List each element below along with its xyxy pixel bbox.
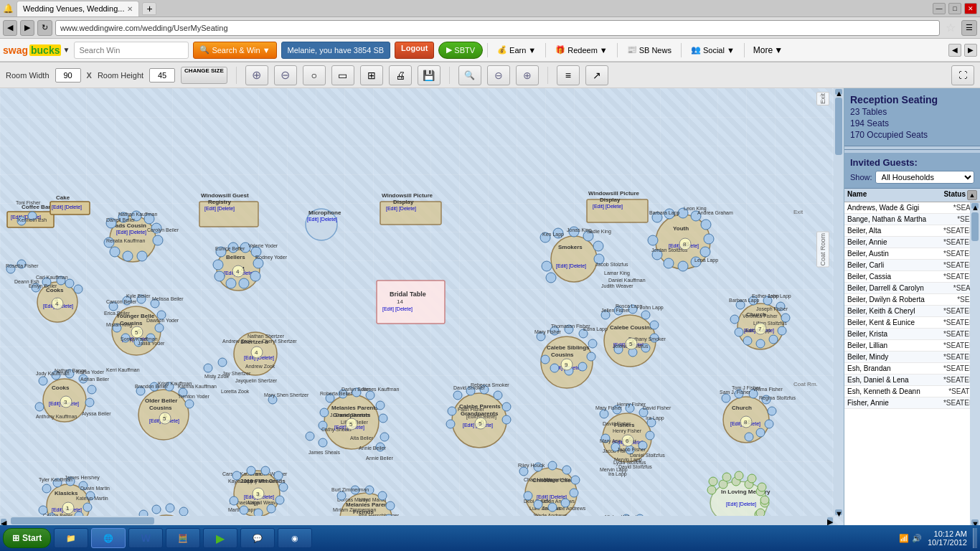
guest-scroll-down[interactable]: ▼ — [971, 519, 979, 525]
guest-list-item[interactable]: Beiler, Keith & Cheryl*SEATED* — [844, 306, 980, 317]
toolbar-next-btn[interactable]: ▶ — [964, 44, 977, 57]
scroll-up-btn[interactable]: ▲ — [835, 89, 842, 95]
scroll-down-btn[interactable]: ▼ — [835, 509, 842, 515]
guest-list-item[interactable]: Beiler, Austin*SEATED* — [844, 248, 980, 260]
svg-point-214 — [707, 486, 716, 494]
guest-list-item[interactable]: Esh, Kenneth & Deann*SEATE* — [844, 386, 980, 397]
guest-list-item[interactable]: Beiler, Cassia*SEATED* — [844, 271, 980, 283]
svg-text:Kerri Kauffman: Kerri Kauffman — [106, 367, 140, 372]
add-table-btn[interactable]: ○ — [303, 65, 326, 85]
save-btn[interactable]: 💾 — [418, 65, 440, 85]
forward-btn[interactable]: ▶ — [20, 20, 34, 36]
taskbar-system-icons: 📶 🔊 — [899, 534, 922, 543]
guest-list-item[interactable]: Esh, Daniel & Lena*SEATED* — [844, 375, 980, 386]
room-width-input[interactable] — [55, 68, 81, 83]
scroll-right-btn[interactable]: ▶ — [827, 517, 833, 524]
social-btn[interactable]: 👥 Social ▼ — [686, 43, 740, 57]
fullscreen-btn[interactable]: ⛶ — [951, 65, 974, 85]
svg-text:Luke Andrews: Luke Andrews — [529, 506, 561, 511]
seating-canvas[interactable]: Exit Coat Room Coffee Bar [Edit] [Delete… — [0, 88, 844, 526]
zoom-out-btn[interactable]: ⊖ — [274, 65, 297, 85]
swag-dropdown-arrow[interactable]: ▼ — [62, 46, 70, 54]
swag-search-btn[interactable]: 🔍 Search & Win ▼ — [193, 42, 276, 59]
change-size-btn[interactable]: CHANGE SIZE — [181, 67, 227, 84]
bookmark-star[interactable]: ☆ — [946, 21, 956, 34]
list-btn[interactable]: ≡ — [557, 65, 580, 85]
browser-tab[interactable]: Wedding Venues, Wedding... ✕ — [17, 1, 139, 17]
guest-list-item[interactable]: Beiler, Carli*SEATED* — [844, 260, 980, 271]
address-bar[interactable]: www.weddingwire.com/wedding/UserMySeatin… — [55, 20, 940, 36]
zoom-minus-btn[interactable]: ⊖ — [487, 65, 510, 85]
minimize-btn[interactable]: — — [933, 3, 946, 14]
sb-news-btn[interactable]: 📰 SB News — [622, 43, 677, 57]
export-btn[interactable]: ↗ — [585, 65, 608, 85]
svg-text:Regina Stolfzfus: Regina Stolfzfus — [759, 395, 796, 401]
canvas-scrollbar-horizontal[interactable]: ◀ ▶ — [0, 516, 834, 526]
taskbar-explorer[interactable]: 📁 — [54, 528, 88, 548]
taskbar-app7[interactable]: ◉ — [278, 528, 312, 548]
taskbar-media[interactable]: ▶ — [203, 528, 237, 548]
start-button[interactable]: ⊞ Start — [3, 528, 51, 548]
guest-list-item[interactable]: Beiler, Mindy*SEATED* — [844, 352, 980, 363]
guest-list-item[interactable]: Andrews, Wade & Gigi*SEAT* — [844, 202, 980, 214]
sbtv-btn[interactable]: ▶ SBTV — [438, 42, 483, 59]
svg-text:[Edit] [Delete]: [Edit] [Delete] — [730, 421, 760, 427]
guest-list-item[interactable]: Beiler, Krista*SEATED* — [844, 329, 980, 340]
settings-btn[interactable]: ☰ — [961, 20, 977, 36]
guest-list-item[interactable]: Esh, Brandan*SEATED* — [844, 363, 980, 375]
svg-text:David Fisher: David Fisher — [603, 421, 631, 426]
svg-point-460 — [722, 473, 731, 481]
add-rect-table-btn[interactable]: ▭ — [331, 65, 354, 85]
svg-point-268 — [165, 382, 174, 391]
show-desktop-btn[interactable] — [973, 528, 977, 548]
taskbar-word[interactable]: W — [128, 528, 163, 548]
svg-point-359 — [626, 404, 634, 413]
swag-search-input[interactable] — [74, 42, 189, 59]
svg-text:6: 6 — [626, 438, 629, 444]
guest-list-item[interactable]: Beiler, Dwilyn & Roberta*SEA* — [844, 294, 980, 306]
guest-list-item[interactable]: Beiler, Kent & Eunice*SEATED* — [844, 317, 980, 329]
print-btn[interactable]: 🖨 — [389, 65, 412, 85]
more-btn[interactable]: More ▼ — [749, 44, 787, 57]
canvas-scrollbar-vertical[interactable]: ▲ ▼ — [834, 88, 844, 516]
maximize-btn[interactable]: □ — [948, 3, 961, 14]
guest-scroll-up[interactable]: ▲ — [971, 203, 979, 209]
refresh-btn[interactable]: ↻ — [37, 20, 52, 36]
taskbar-chrome[interactable]: 🌐 — [91, 528, 126, 548]
guest-list-item[interactable]: Bange, Nathan & Martha*SEA* — [844, 214, 980, 225]
tab-close-btn[interactable]: ✕ — [127, 5, 133, 13]
svg-text:Rodney Yoder: Rodney Yoder — [255, 255, 288, 260]
guest-list-scrollbar[interactable]: ▲ ▼ — [970, 202, 980, 526]
magnify-btn[interactable]: 🔍 — [458, 65, 481, 85]
calc-icon: 🧮 — [178, 534, 188, 543]
taskbar-clock: 10:12 AM 10/17/2012 — [928, 529, 967, 547]
guest-list-item[interactable]: Beiler, Darrell & Carolyn*SEAT* — [844, 283, 980, 294]
close-btn[interactable]: ✕ — [964, 3, 977, 14]
zoom-plus-btn[interactable]: ⊕ — [516, 65, 539, 85]
add-item-btn[interactable]: ⊞ — [360, 65, 383, 85]
guest-list-item[interactable]: Beiler, Lillian*SEATED* — [844, 340, 980, 352]
guest-list-item[interactable]: Fisher, Annie*SEATED* — [844, 397, 980, 409]
redeem-btn[interactable]: 🎁 Redeem ▼ — [550, 43, 612, 57]
earn-btn[interactable]: 💰 Earn ▼ — [492, 43, 541, 57]
logout-btn[interactable]: Logout — [395, 42, 434, 59]
taskbar-talk[interactable]: 💬 — [240, 528, 275, 548]
zoom-in-btn[interactable]: ⊕ — [245, 65, 268, 85]
svg-text:Younger Belle: Younger Belle — [116, 313, 155, 319]
guest-scroll-thumb[interactable] — [971, 212, 979, 241]
room-height-input[interactable] — [149, 68, 175, 83]
new-tab-btn[interactable]: + — [142, 2, 156, 15]
svg-point-470 — [679, 238, 691, 250]
taskbar-calculator[interactable]: 🧮 — [166, 528, 200, 548]
show-select[interactable]: All Households — [875, 171, 974, 184]
svg-text:Lloyd Martin: Lloyd Martin — [359, 497, 386, 503]
scroll-up-guest[interactable]: ▲ — [967, 190, 977, 200]
back-btn[interactable]: ◀ — [3, 20, 17, 36]
svg-point-155 — [678, 208, 688, 218]
scroll-thumb-v[interactable] — [835, 98, 842, 155]
scroll-thumb-h[interactable] — [11, 517, 154, 524]
guest-list-item[interactable]: Beiler, Annie*SEATED* — [844, 237, 980, 248]
toolbar-prev-btn[interactable]: ◀ — [948, 44, 961, 57]
guest-list-item[interactable]: Beiler, Alta*SEATED* — [844, 225, 980, 237]
room-height-label: Room Height — [98, 71, 143, 80]
